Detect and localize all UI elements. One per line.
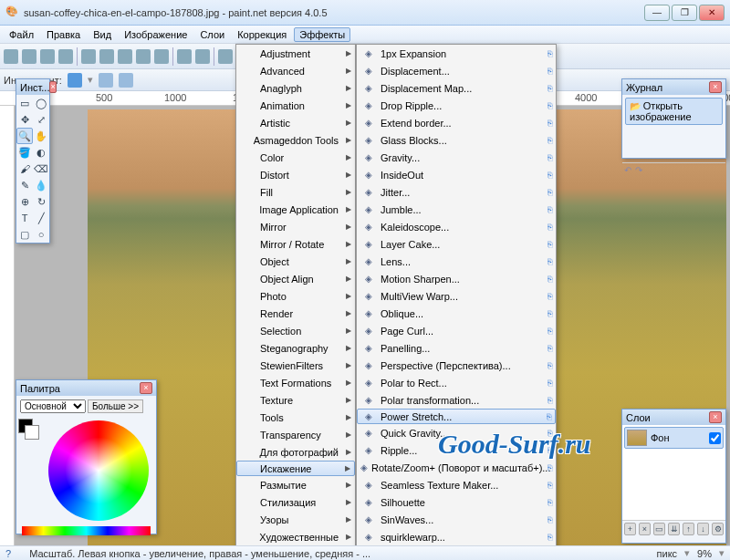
menu-item[interactable]: Mirror▶ [236, 218, 355, 235]
menu-item[interactable]: ◈Silhouette⎘ [357, 493, 556, 511]
merge-layer-icon[interactable]: ⇊ [668, 523, 680, 535]
redo-icon[interactable]: ↷ [635, 165, 642, 175]
menu-item[interactable]: Distort▶ [236, 166, 355, 183]
maximize-button[interactable]: ❐ [672, 5, 697, 21]
menu-item[interactable]: Fill▶ [236, 183, 355, 201]
menu-item[interactable]: ◈InsideOut⎘ [357, 166, 556, 183]
menu-item[interactable]: ◈Perspective (Перспектива)...⎘ [357, 357, 556, 374]
save-icon[interactable] [40, 49, 55, 64]
move-down-icon[interactable]: ↓ [697, 523, 709, 535]
minimize-button[interactable]: — [644, 5, 670, 21]
rect-select-tool[interactable]: ▭ [16, 95, 33, 111]
menu-item[interactable]: ◈Kaleidoscope...⎘ [357, 218, 556, 235]
menu-item[interactable]: Для фотографий▶ [236, 443, 355, 461]
menu-item[interactable]: Steganography▶ [236, 339, 355, 357]
menu-файл[interactable]: Файл [4, 27, 39, 42]
menu-item[interactable]: ◈Oblique...⎘ [357, 305, 556, 322]
menu-item[interactable]: ◈Polar to Rect...⎘ [357, 374, 556, 391]
menu-item[interactable]: ◈Rotate/Zoom+ (Поворот и масштаб+)...⎘ [357, 459, 556, 476]
menu-item[interactable]: ◈Glass Blocks...⎘ [357, 131, 556, 149]
menu-item[interactable]: ◈Quick Gravity...⎘ [357, 424, 556, 441]
pan-tool[interactable]: ✋ [33, 128, 49, 144]
menu-item[interactable]: ◈Lens...⎘ [357, 253, 556, 270]
history-header[interactable]: Журнал × [622, 79, 725, 95]
menu-item[interactable]: ◈Power Stretch...⎘ [357, 409, 556, 424]
duplicate-layer-icon[interactable]: ▭ [653, 523, 665, 535]
history-item[interactable]: 📂 Открыть изображение [625, 98, 723, 125]
menu-item[interactable]: Texture▶ [236, 391, 355, 409]
hue-strip[interactable] [22, 526, 151, 535]
layer-props-icon[interactable]: ⚙ [712, 523, 724, 535]
menu-item[interactable]: ◈Extend border...⎘ [357, 114, 556, 131]
menu-item[interactable]: Искажение▶ [236, 461, 355, 476]
menu-item[interactable]: Transparency▶ [236, 426, 355, 443]
gradient-tool[interactable]: ◐ [33, 144, 49, 161]
menu-item[interactable]: Mirror / Rotate▶ [236, 235, 355, 253]
fill-tool[interactable]: 🪣 [16, 144, 33, 161]
zoom-out-icon[interactable] [119, 73, 133, 88]
print-icon[interactable] [58, 49, 73, 64]
layer-visible-checkbox[interactable] [709, 432, 721, 444]
undo-icon[interactable] [177, 49, 192, 64]
menu-item[interactable]: ◈Jumble...⎘ [357, 201, 556, 218]
menu-item[interactable]: ◈squirklewarp...⎘ [357, 528, 556, 545]
close-button[interactable]: ✕ [699, 5, 725, 21]
menu-item[interactable]: Advanced▶ [236, 62, 355, 79]
menu-item[interactable]: Artistic▶ [236, 114, 355, 131]
clone-tool[interactable]: ⊕ [16, 193, 33, 210]
ellipse-tool[interactable]: ○ [33, 226, 49, 243]
menu-item[interactable]: ◈Seamless Texture Maker...⎘ [357, 476, 556, 493]
recolor-tool[interactable]: ↻ [33, 193, 49, 210]
close-icon[interactable]: × [140, 382, 152, 394]
move-up-icon[interactable]: ↑ [683, 523, 694, 535]
move-tool[interactable]: ✥ [16, 111, 33, 128]
primary-color-swatch[interactable] [18, 419, 33, 433]
deselect-icon[interactable] [154, 49, 169, 64]
eraser-tool[interactable]: ⌫ [33, 161, 49, 177]
grid-icon[interactable] [218, 49, 233, 64]
menu-коррекция[interactable]: Коррекция [232, 27, 292, 42]
color-wheel[interactable] [48, 420, 149, 521]
menu-слои[interactable]: Слои [194, 27, 230, 42]
menu-item[interactable]: Animation▶ [236, 97, 355, 114]
text-tool[interactable]: T [16, 210, 33, 226]
close-icon[interactable]: × [49, 81, 56, 93]
menu-item[interactable]: Asmageddon Tools▶ [236, 131, 355, 149]
menu-item[interactable]: ◈Layer Cake...⎘ [357, 235, 556, 253]
delete-layer-icon[interactable]: × [639, 523, 651, 535]
zoom-tool[interactable]: 🔍 [16, 128, 33, 144]
menu-item[interactable]: Object▶ [236, 253, 355, 270]
menu-item[interactable]: ◈Page Curl...⎘ [357, 322, 556, 339]
menu-item[interactable]: ◈Gravity...⎘ [357, 149, 556, 166]
menu-item[interactable]: Узоры▶ [236, 511, 355, 528]
brush-tool[interactable]: 🖌 [16, 161, 33, 177]
open-icon[interactable] [22, 49, 36, 64]
cut-icon[interactable] [81, 49, 96, 64]
menu-item[interactable]: Photo▶ [236, 287, 355, 305]
move-selection-tool[interactable]: ⤢ [33, 111, 49, 128]
menu-item[interactable]: ◈SinWaves...⎘ [357, 511, 556, 528]
lasso-tool[interactable]: ◯ [33, 95, 49, 111]
new-icon[interactable] [4, 49, 18, 64]
more-button[interactable]: Больше >> [88, 399, 143, 413]
menu-item[interactable]: ◈Displacement...⎘ [357, 62, 556, 79]
paste-icon[interactable] [118, 49, 132, 64]
tools-panel[interactable]: Инст... × ▭ ◯ ✥ ⤢ 🔍 ✋ 🪣 ◐ 🖌 ⌫ ✎ 💧 ⊕ ↻ T … [16, 78, 50, 244]
menu-item[interactable]: ◈Displacement Map...⎘ [357, 79, 556, 97]
menu-item[interactable]: Image Application▶ [236, 201, 355, 218]
menu-item[interactable]: Tools▶ [236, 409, 355, 426]
redo-icon[interactable] [195, 49, 210, 64]
menu-item[interactable]: Стилизация▶ [236, 493, 355, 511]
palette-header[interactable]: Палитра × [16, 380, 156, 396]
menu-item[interactable]: Object Align▶ [236, 270, 355, 287]
menu-item[interactable]: Selection▶ [236, 322, 355, 339]
menu-правка[interactable]: Правка [41, 27, 86, 42]
picker-tool[interactable]: 💧 [33, 177, 49, 193]
rect-tool[interactable]: ▢ [16, 226, 33, 243]
menu-item[interactable]: Anaglyph▶ [236, 79, 355, 97]
layer-row[interactable]: Фон [624, 427, 724, 449]
menu-item[interactable]: Художественные▶ [236, 528, 355, 545]
layers-panel[interactable]: Слои × Фон + × ▭ ⇊ ↑ ↓ ⚙ [621, 409, 726, 544]
menu-item[interactable]: ◈1px Expansion⎘ [357, 45, 556, 62]
menu-item[interactable]: ◈Motion Sharpen...⎘ [357, 270, 556, 287]
